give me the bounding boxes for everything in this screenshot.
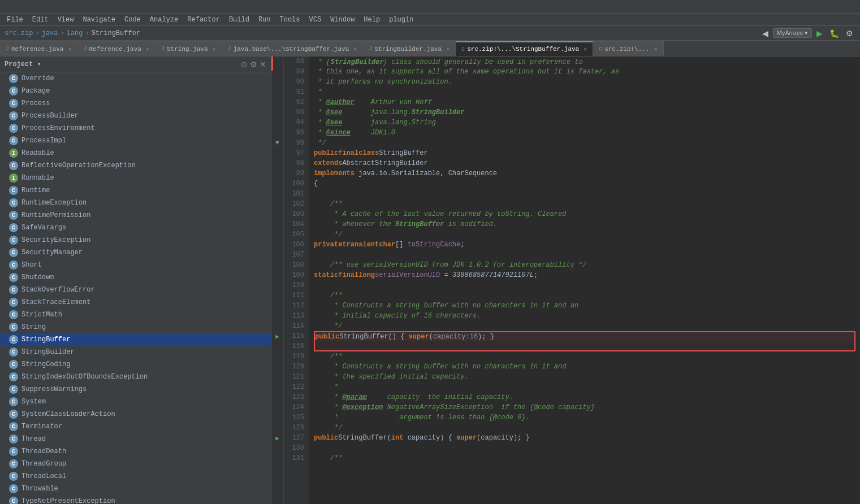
code-line-97: public final class StringBuffer xyxy=(314,148,855,158)
sidebar-item-runtimeexception[interactable]: CRuntimeException xyxy=(0,197,271,209)
sidebar-item-reflectiveoperationexception[interactable]: CReflectiveOperationException xyxy=(0,159,271,172)
code-line-91: * xyxy=(314,87,855,97)
menu-item-plugin[interactable]: plugin xyxy=(384,15,418,25)
menu-item-analyze[interactable]: Analyze xyxy=(145,15,183,25)
class-icon-c: C xyxy=(9,111,18,120)
class-icon-c: C xyxy=(9,161,18,170)
gutter-112 xyxy=(271,301,283,311)
sidebar-item-readable[interactable]: IReadable xyxy=(0,147,271,159)
sidebar-item-label: Shutdown xyxy=(21,273,54,281)
sidebar-item-stringindexoutofboundsexception[interactable]: CStringIndexOutOfBoundsException xyxy=(0,371,271,383)
code-line-124: * @exception NegativeArraySizeException … xyxy=(314,402,855,412)
settings-button[interactable]: ⚙ xyxy=(844,28,855,39)
sidebar-item-stringbuilder[interactable]: CStringBuilder xyxy=(0,346,271,358)
sidebar-item-threadlocal[interactable]: CThreadLocal xyxy=(0,470,271,483)
menu-item-file[interactable]: File xyxy=(2,15,28,25)
line-num-100: 100 xyxy=(288,179,304,189)
code-content[interactable]: * {StringBuilder} class should generally… xyxy=(309,57,860,504)
tab-reference1[interactable]: J Reference.java ✕ xyxy=(0,41,77,56)
menu-item-help[interactable]: Help xyxy=(359,15,384,25)
breadcrumb-class[interactable]: StringBuffer xyxy=(92,29,140,37)
gutter-102 xyxy=(271,199,283,209)
sidebar-header: Project ▾ ⊙ ⚙ ✕ xyxy=(0,57,271,72)
code-line-115: public StringBuffer() { super(capacity: … xyxy=(314,331,855,341)
menu-item-window[interactable]: Window xyxy=(326,15,359,25)
sidebar-item-package[interactable]: CPackage xyxy=(0,85,271,97)
code-line-113: * initial capacity of 16 characters. xyxy=(314,311,855,321)
class-icon-c: C xyxy=(9,472,18,481)
sidebar-item-securityexception[interactable]: CSecurityException xyxy=(0,234,271,246)
sidebar-item-stacktraceelement[interactable]: CStackTraceElement xyxy=(0,296,271,309)
sidebar-item-threaddeath[interactable]: CThreadDeath xyxy=(0,445,271,458)
sidebar-item-suppresswarnings[interactable]: CSuppressWarnings xyxy=(0,383,271,396)
line-num-94: 94 xyxy=(288,118,304,128)
menu-item-build[interactable]: Build xyxy=(224,15,254,25)
menu-item-run[interactable]: Run xyxy=(254,15,275,25)
code-line-122: * xyxy=(314,382,855,392)
sidebar-item-processbuilder[interactable]: CProcessBuilder xyxy=(0,110,271,122)
back-button[interactable]: ◀ xyxy=(760,28,771,39)
run-button[interactable]: ▶ xyxy=(814,28,825,39)
sidebar-item-throwable[interactable]: CThrowable xyxy=(0,483,271,495)
sidebar-item-stackoverflowerror[interactable]: CStackOverflowError xyxy=(0,284,271,296)
code-container[interactable]: ▼▶▶ 888990919293949596979899100101102103… xyxy=(271,57,860,504)
sidebar-item-processimpl[interactable]: CProcessImpl xyxy=(0,134,271,147)
line-num-104: 104 xyxy=(288,219,304,229)
menu-item-view[interactable]: View xyxy=(53,15,79,25)
tab-stringbuffer-active[interactable]: c src.zip!\...\StringBuffer.java ✕ xyxy=(456,41,593,56)
sidebar-item-string[interactable]: CString xyxy=(0,321,271,333)
menu-item-navigate[interactable]: Navigate xyxy=(78,15,120,25)
tab-reference2[interactable]: J Reference.java ✕ xyxy=(77,41,155,56)
line-num-92: 92 xyxy=(288,97,304,107)
sidebar-item-label: Short xyxy=(21,261,42,269)
sidebar-item-label: StringCoding xyxy=(21,360,70,368)
sidebar-item-label: ProcessImpl xyxy=(21,137,66,145)
class-icon-c: C xyxy=(9,198,18,207)
menu-item-code[interactable]: Code xyxy=(120,15,145,25)
debug-button[interactable]: 🐛 xyxy=(827,28,841,39)
sidebar-item-strictmath[interactable]: CStrictMath xyxy=(0,309,271,321)
sidebar-item-thread[interactable]: CThread xyxy=(0,433,271,445)
sidebar-item-override[interactable]: COverride xyxy=(0,72,271,85)
sidebar-item-short[interactable]: CShort xyxy=(0,259,271,271)
sidebar-item-securitymanager[interactable]: CSecurityManager xyxy=(0,246,271,259)
sidebar-item-label: Override xyxy=(21,75,54,82)
menu-item-refactor[interactable]: Refactor xyxy=(183,15,224,25)
sidebar-item-runtime[interactable]: CRuntime xyxy=(0,184,271,197)
sidebar-item-terminator[interactable]: CTerminator xyxy=(0,420,271,433)
class-icon-c: C xyxy=(9,372,18,381)
sidebar-item-safevarargs[interactable]: CSafeVarargs xyxy=(0,221,271,234)
sidebar-item-systemclassloaderaction[interactable]: CSystemClassLoaderAction xyxy=(0,408,271,420)
sidebar-item-shutdown[interactable]: CShutdown xyxy=(0,271,271,284)
sidebar-item-runtimepermission[interactable]: CRuntimePermission xyxy=(0,209,271,221)
sidebar-item-typenotpresentexception[interactable]: CTypeNotPresentException xyxy=(0,495,271,504)
tab-srczipellipsis[interactable]: c src.zip!\... ✕ xyxy=(593,41,663,56)
myarrays-dropdown[interactable]: MyArrays ▾ xyxy=(773,28,813,38)
menu-item-edit[interactable]: Edit xyxy=(28,15,53,25)
breadcrumb-lang[interactable]: lang xyxy=(67,29,83,37)
line-num-126: 126 xyxy=(288,423,304,433)
class-icon-i: I xyxy=(9,149,18,158)
sidebar-item-processenvironment[interactable]: CProcessEnvironment xyxy=(0,122,271,134)
sidebar-item-threadgroup[interactable]: CThreadGroup xyxy=(0,458,271,470)
code-line-125: * argument is less than {@code 0}. xyxy=(314,412,855,423)
class-icon-c: C xyxy=(9,422,18,431)
breadcrumb-java[interactable]: java xyxy=(42,29,58,37)
line-num-96: 96 xyxy=(288,138,304,148)
tab-string[interactable]: J String.java ✕ xyxy=(155,41,222,56)
sidebar-item-runnable[interactable]: IRunnable xyxy=(0,172,271,184)
tab-javabase-stringbuffer[interactable]: J java.base\...\StringBuffer.java ✕ xyxy=(222,41,364,56)
sidebar-item-stringbuffer[interactable]: CStringBuffer xyxy=(0,333,271,346)
line-num-98: 98 xyxy=(288,158,304,168)
menu-item-tools[interactable]: Tools xyxy=(275,15,305,25)
sidebar-settings-btn[interactable]: ⚙ xyxy=(250,60,257,69)
tab-stringbuilder[interactable]: J StringBuilder.java ✕ xyxy=(363,41,456,56)
sidebar-item-process[interactable]: CProcess xyxy=(0,97,271,110)
sidebar-close-btn[interactable]: ✕ xyxy=(260,60,266,69)
menu-item-vcs[interactable]: VCS xyxy=(305,15,326,25)
sidebar-item-stringcoding[interactable]: CStringCoding xyxy=(0,358,271,371)
breadcrumb-src[interactable]: src.zip xyxy=(5,29,33,37)
sidebar-scroll-btn[interactable]: ⊙ xyxy=(241,60,248,69)
code-line-105: */ xyxy=(314,229,855,240)
sidebar-item-system[interactable]: CSystem xyxy=(0,396,271,408)
